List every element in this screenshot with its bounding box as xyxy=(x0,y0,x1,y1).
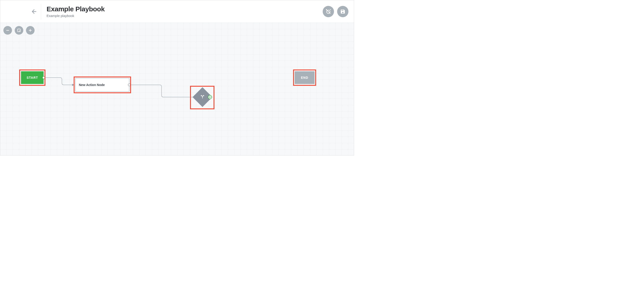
svg-rect-6 xyxy=(18,29,20,32)
alarm-off-button[interactable] xyxy=(323,6,334,17)
action-node[interactable]: New Action Node xyxy=(76,78,129,92)
start-node-out-port[interactable] xyxy=(42,76,46,79)
zoom-out-button[interactable] xyxy=(4,26,12,35)
zoom-toolbar xyxy=(4,26,34,35)
action-node-label: New Action Node xyxy=(79,83,105,87)
playbook-canvas[interactable]: START New Action Node xyxy=(0,23,354,155)
svg-line-3 xyxy=(326,9,326,10)
branch-icon xyxy=(200,94,205,100)
page-subtitle: Example playbook xyxy=(46,14,323,18)
decision-node[interactable] xyxy=(191,86,214,108)
plus-icon xyxy=(28,28,32,32)
alarm-off-icon xyxy=(326,9,331,15)
fit-screen-icon xyxy=(17,28,21,32)
start-node[interactable]: START xyxy=(21,71,44,84)
page-title: Example Playbook xyxy=(46,5,323,13)
minus-icon xyxy=(6,28,10,32)
plus-icon xyxy=(209,96,211,98)
node-layer: START New Action Node xyxy=(0,23,354,155)
svg-line-4 xyxy=(330,9,330,10)
back-button[interactable] xyxy=(27,0,41,23)
header-actions xyxy=(323,6,348,17)
decision-add-branch-button[interactable] xyxy=(208,95,212,99)
end-node[interactable]: END xyxy=(295,71,314,84)
action-node-out-port[interactable] xyxy=(128,83,130,86)
arrow-left-icon xyxy=(31,8,37,15)
start-node-label: START xyxy=(27,76,38,79)
save-icon xyxy=(340,9,346,14)
title-block: Example Playbook Example playbook xyxy=(41,4,323,20)
save-button[interactable] xyxy=(337,6,348,17)
end-node-label: END xyxy=(301,76,308,79)
app-header: Example Playbook Example playbook xyxy=(0,0,354,23)
fit-screen-button[interactable] xyxy=(15,26,23,35)
zoom-in-button[interactable] xyxy=(26,26,34,35)
